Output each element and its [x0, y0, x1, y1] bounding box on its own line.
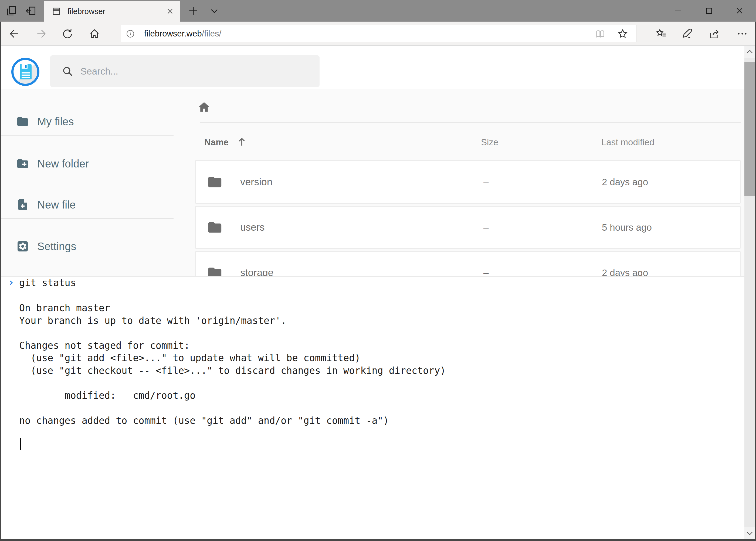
file-row-users[interactable]: users – 5 hours ago	[195, 206, 741, 249]
settings-gear-icon	[16, 240, 29, 253]
app-header	[1, 46, 744, 89]
tab-bar: filebrowser	[0, 0, 756, 22]
site-info-icon[interactable]	[126, 29, 135, 38]
terminal-command: git status	[19, 276, 76, 289]
search-box[interactable]	[50, 55, 320, 87]
column-header-size[interactable]: Size	[481, 137, 498, 148]
app-content: My files New folder New file	[1, 89, 744, 276]
file-row-storage[interactable]: storage – 2 days ago	[195, 251, 741, 276]
folder-icon	[207, 265, 223, 276]
tab-list-chevron-icon[interactable]	[208, 5, 220, 17]
sidebar-item-label: New folder	[37, 158, 89, 170]
scroll-up-icon[interactable]	[744, 46, 755, 58]
sidebar-item-new-file[interactable]: New file	[1, 193, 173, 217]
page-icon	[51, 6, 62, 16]
file-modified: 2 days ago	[602, 177, 648, 188]
page-scrollbar[interactable]	[744, 46, 755, 539]
scrollbar-thumb[interactable]	[744, 62, 755, 196]
more-dots-icon[interactable]	[736, 28, 748, 40]
refresh-icon[interactable]	[62, 28, 74, 40]
filebrowser-logo[interactable]	[11, 58, 39, 86]
sidebar-item-label: Settings	[37, 241, 76, 253]
url-text: filebrowser.web/files/	[144, 29, 221, 39]
sidebar-item-new-folder[interactable]: New folder	[1, 152, 173, 176]
hub-icon[interactable]	[655, 28, 667, 40]
scroll-down-icon[interactable]	[744, 527, 755, 539]
terminal-panel[interactable]: › git status On branch master Your branc…	[1, 276, 744, 539]
file-list: version – 2 days ago users – 5 hours ago…	[195, 160, 741, 276]
file-size: –	[483, 177, 489, 188]
set-tabs-aside-icon[interactable]	[25, 5, 37, 17]
tab-close-icon[interactable]	[166, 7, 174, 16]
sort-ascending-icon[interactable]	[236, 136, 247, 148]
sidebar-item-label: My files	[37, 116, 74, 128]
file-size: –	[483, 268, 489, 276]
ink-pen-icon[interactable]	[682, 28, 694, 40]
create-new-folder-icon	[16, 157, 29, 170]
browser-navbar: filebrowser.web/files/	[0, 22, 756, 46]
sidebar-item-my-files[interactable]: My files	[1, 109, 173, 134]
address-divider	[140, 28, 140, 40]
back-icon[interactable]	[8, 28, 20, 40]
reading-view-icon[interactable]	[595, 28, 606, 39]
sidebar-divider	[1, 135, 173, 136]
terminal-prompt-icon: ›	[8, 276, 14, 289]
close-button[interactable]	[735, 6, 744, 16]
file-name: users	[240, 222, 265, 233]
new-file-icon	[16, 198, 29, 211]
maximize-button[interactable]	[704, 6, 714, 16]
sidebar-item-settings[interactable]: Settings	[1, 234, 173, 259]
tab-title: filebrowser	[68, 7, 105, 16]
file-size: –	[483, 222, 489, 233]
breadcrumb-home-icon[interactable]	[197, 101, 211, 114]
window-border-bottom	[0, 539, 756, 541]
sidebar-item-label: New file	[37, 199, 76, 211]
window-border-left	[0, 22, 1, 541]
folder-icon	[207, 174, 223, 190]
tabs-preview-icon[interactable]	[5, 5, 17, 17]
browser-window: filebrowser	[0, 0, 756, 541]
sidebar-divider	[1, 218, 173, 219]
listing-divider	[200, 122, 741, 123]
file-modified: 5 hours ago	[602, 222, 652, 233]
file-row-version[interactable]: version – 2 days ago	[195, 160, 741, 204]
column-header-name[interactable]: Name	[204, 137, 229, 148]
forward-icon[interactable]	[35, 28, 47, 40]
share-icon[interactable]	[709, 28, 721, 40]
file-modified: 2 days ago	[602, 268, 648, 276]
home-icon[interactable]	[89, 28, 101, 40]
floppy-disk-icon	[20, 64, 32, 79]
folder-icon	[207, 220, 223, 235]
search-input[interactable]	[81, 55, 313, 87]
file-name: storage	[240, 267, 273, 276]
terminal-cursor	[20, 438, 21, 450]
favorite-star-icon[interactable]	[617, 28, 629, 39]
new-tab-icon[interactable]	[187, 5, 199, 17]
file-name: version	[240, 176, 272, 188]
browser-tab[interactable]: filebrowser	[44, 1, 180, 22]
folder-icon	[16, 115, 29, 128]
minimize-button[interactable]	[673, 6, 683, 16]
address-bar[interactable]: filebrowser.web/files/	[121, 25, 636, 42]
url-host: filebrowser.web	[144, 29, 202, 38]
url-path: /files/	[202, 29, 221, 38]
search-icon	[62, 65, 74, 77]
terminal-output: On branch master Your branch is up to da…	[19, 289, 446, 427]
column-header-modified[interactable]: Last modified	[601, 137, 654, 148]
